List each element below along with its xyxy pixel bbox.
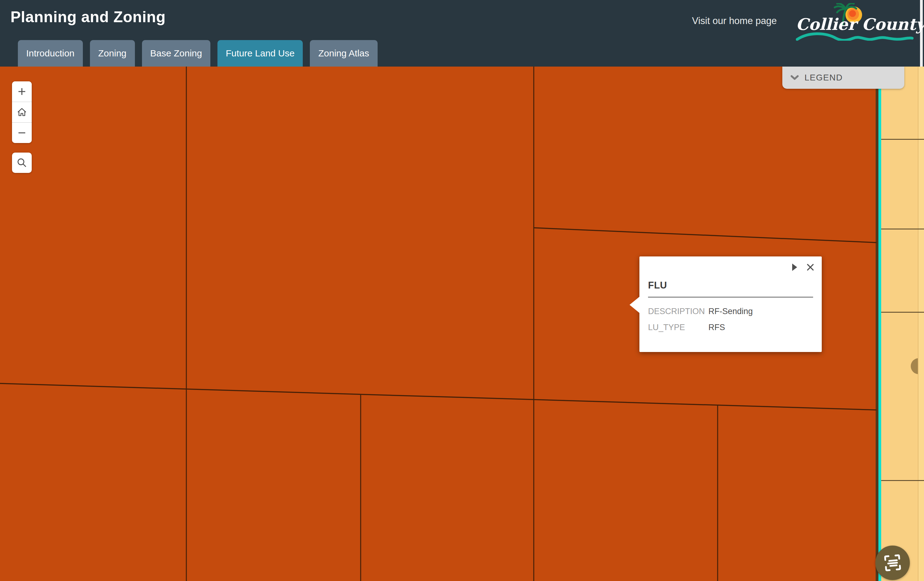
legend-label: LEGEND (805, 73, 843, 83)
popup-actions (792, 263, 814, 271)
play-triangle-icon (792, 263, 798, 271)
home-icon (16, 107, 27, 118)
tab-bar: IntroductionZoningBase ZoningFuture Land… (18, 40, 378, 66)
field-label: DESCRIPTION (648, 307, 708, 316)
legend-toggle[interactable]: LEGEND (782, 66, 904, 89)
popup-field-row: DESCRIPTIONRF-Sending (648, 303, 815, 319)
feature-popup: FLU DESCRIPTIONRF-SendingLU_TYPERFS (639, 257, 822, 352)
popup-close-button[interactable] (806, 263, 814, 271)
popup-fields: DESCRIPTIONRF-SendingLU_TYPERFS (648, 303, 815, 335)
scan-frame-icon (883, 553, 903, 573)
map-zoom-controls (12, 81, 32, 143)
page-edge-sliver (920, 0, 923, 66)
tab-future-land-use[interactable]: Future Land Use (218, 40, 303, 66)
tab-zoning[interactable]: Zoning (90, 40, 135, 66)
logo-wave-icon (796, 32, 914, 41)
header: Planning and Zoning Visit our home page (0, 0, 924, 66)
close-icon (806, 263, 814, 271)
page-title: Planning and Zoning (10, 8, 166, 26)
minus-icon (16, 127, 27, 138)
header-right: Visit our home page Collier County (692, 2, 914, 40)
field-value: RF-Sending (708, 307, 753, 316)
popup-divider (648, 297, 813, 298)
search-icon (16, 157, 27, 168)
app-root: Planning and Zoning Visit our home page (0, 0, 924, 581)
popup-pointer (630, 296, 640, 313)
chevron-down-icon (790, 75, 799, 80)
collier-county-logo: Collier County (796, 2, 914, 40)
home-page-link[interactable]: Visit our home page (692, 15, 777, 26)
plus-icon (16, 86, 27, 97)
field-value: RFS (708, 323, 725, 332)
zoom-out-button[interactable] (12, 122, 32, 143)
screenshot-button[interactable] (875, 546, 910, 580)
popup-dock-button[interactable] (792, 263, 798, 271)
home-extent-button[interactable] (12, 102, 32, 122)
map-canvas[interactable]: LEGEND FLU (0, 66, 924, 581)
tab-introduction[interactable]: Introduction (18, 40, 83, 66)
logo-wordmark: Collier County (796, 15, 924, 33)
tab-zoning-atlas[interactable]: Zoning Atlas (310, 40, 377, 66)
field-label: LU_TYPE (648, 323, 708, 332)
zoom-in-button[interactable] (12, 81, 32, 102)
tab-base-zoning[interactable]: Base Zoning (142, 40, 210, 66)
popup-field-row: LU_TYPERFS (648, 319, 815, 335)
popup-title: FLU (648, 280, 667, 291)
search-button[interactable] (12, 152, 32, 173)
